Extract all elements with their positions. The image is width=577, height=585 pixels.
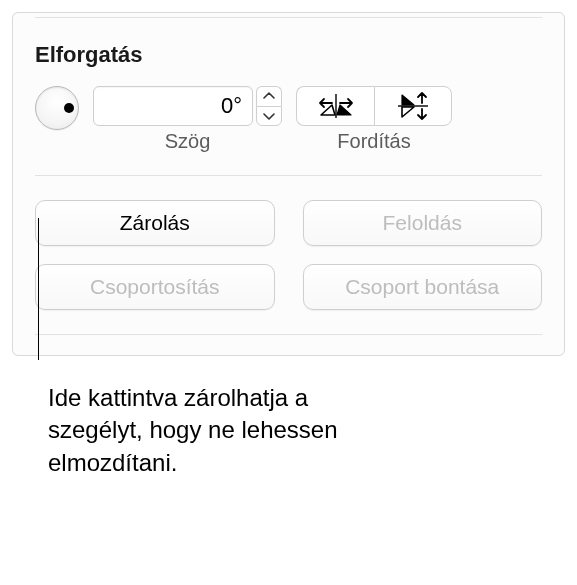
angle-stepper[interactable] <box>256 86 282 126</box>
angle-control-group: 0° Szög <box>93 86 282 153</box>
flip-horizontal-button[interactable] <box>296 86 374 126</box>
unlock-button[interactable]: Feloldás <box>303 200 543 246</box>
rotation-dial[interactable] <box>35 86 79 130</box>
flip-vertical-icon <box>396 91 430 121</box>
flip-horizontal-icon <box>316 93 356 119</box>
divider <box>35 334 542 335</box>
callout: Ide kattintva zárolhatja a szegélyt, hog… <box>18 364 565 479</box>
stepper-up-icon[interactable] <box>256 86 282 106</box>
callout-text: Ide kattintva zárolhatja a szegélyt, hog… <box>18 364 348 479</box>
angle-label: Szög <box>165 130 211 153</box>
angle-input[interactable]: 0° <box>93 86 253 126</box>
rotation-controls: 0° Szög <box>35 86 542 175</box>
group-button[interactable]: Csoportosítás <box>35 264 275 310</box>
lock-button[interactable]: Zárolás <box>35 200 275 246</box>
ungroup-button[interactable]: Csoport bontása <box>303 264 543 310</box>
stepper-down-icon[interactable] <box>256 106 282 127</box>
flip-vertical-button[interactable] <box>374 86 452 126</box>
rotation-section-title: Elforgatás <box>35 18 542 86</box>
flip-label: Fordítás <box>337 130 410 153</box>
flip-control-group: Fordítás <box>296 86 452 153</box>
callout-leader-line <box>38 218 39 360</box>
lock-group-buttons: Zárolás Feloldás Csoportosítás Csoport b… <box>35 176 542 334</box>
arrange-panel: Elforgatás 0° Szög <box>12 12 565 356</box>
